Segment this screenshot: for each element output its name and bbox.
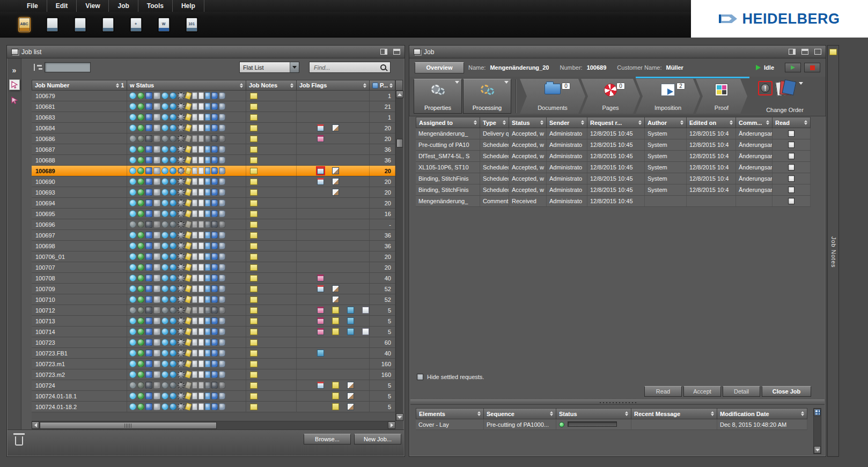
chevron-down-icon[interactable] [799, 82, 803, 85]
request-row[interactable]: Binding, StitchFinisScheduledAccepted, w… [416, 173, 811, 184]
read-checkbox[interactable] [788, 164, 795, 171]
requests-col-sender[interactable]: Sender [547, 117, 587, 128]
job-row[interactable]: 10070952 [32, 284, 395, 294]
elements-col-status[interactable]: Status [556, 408, 631, 419]
sort-icon[interactable] [711, 411, 714, 416]
requests-col-edited-on[interactable]: Edited on [687, 117, 736, 128]
sort-icon[interactable] [389, 83, 393, 88]
accept-button[interactable]: Accept [683, 386, 721, 397]
sort-icon[interactable] [240, 83, 243, 88]
view-mode-select[interactable]: Flat List [239, 62, 299, 73]
sort-icon[interactable] [625, 411, 628, 416]
job-row[interactable]: 10069736 [32, 230, 395, 241]
request-row[interactable]: XL105-10P6, ST10ScheduledAccepted, wAdmi… [416, 162, 811, 173]
job-row[interactable]: 10070840 [32, 273, 395, 284]
menu-edit[interactable]: Edit [47, 0, 77, 12]
job-row[interactable]: 100723.m1160 [32, 359, 395, 369]
search-icon[interactable] [380, 64, 386, 70]
job-row[interactable]: 1007125 [32, 305, 395, 316]
expand-icon[interactable]: » [8, 66, 21, 75]
col-pages[interactable]: P... [370, 80, 395, 91]
request-row[interactable]: Mengenänderung_Delivery quaAccepted, wAd… [416, 128, 811, 139]
sort-icon[interactable] [363, 83, 366, 88]
stop-button[interactable] [804, 63, 820, 72]
job-row[interactable]: 100723.m2160 [32, 369, 395, 380]
change-order-alert-highlight[interactable]: ! [758, 81, 773, 95]
sort-icon[interactable] [116, 83, 119, 88]
panel-maximize-icon[interactable] [393, 49, 400, 55]
job-row[interactable]: 100724.01-18.25 [32, 402, 395, 412]
close-job-button[interactable]: Close Job [762, 386, 811, 397]
printer-gear-icon[interactable] [72, 16, 88, 34]
menu-tools[interactable]: Tools [138, 0, 173, 12]
menu-view[interactable]: View [77, 0, 109, 12]
scrollbar-thumb[interactable] [40, 422, 217, 429]
delete-job-icon[interactable] [15, 436, 23, 446]
col-job-number[interactable]: Job Number 1 [32, 80, 127, 91]
job-row[interactable]: 10068736 [32, 144, 395, 155]
job-row[interactable]: 1007145 [32, 327, 395, 337]
requests-col-author[interactable]: Author [645, 117, 687, 128]
sort-icon[interactable] [680, 120, 683, 125]
menu-job[interactable]: Job [109, 0, 138, 12]
splitter-handle[interactable] [410, 399, 825, 405]
job-row[interactable]: 1006791 [32, 91, 395, 101]
scroll-left-button[interactable] [32, 421, 39, 429]
sort-icon[interactable] [477, 411, 481, 416]
doc-code-icon[interactable]: 101 [183, 16, 200, 34]
job-row[interactable]: 1007245 [32, 380, 395, 391]
col-job-notes[interactable]: Job Notes [246, 80, 297, 91]
read-checkbox[interactable] [788, 175, 795, 182]
panel-split-icon[interactable] [380, 49, 387, 55]
job-row[interactable]: 10069516 [32, 209, 395, 219]
job-row[interactable]: 100723.FB140 [32, 348, 395, 359]
panel-float-icon[interactable] [814, 49, 821, 55]
step-imposition[interactable]: 2 Imposition [636, 79, 700, 114]
job-row[interactable]: 10069836 [32, 241, 395, 251]
table-settings-button[interactable] [814, 409, 821, 416]
element-row[interactable]: Cover - LayPre-cutting of PA1000...Dec 8… [416, 419, 807, 430]
properties-button[interactable]: Properties [414, 79, 462, 114]
browse-button[interactable]: Browse... [304, 434, 351, 444]
sort-icon[interactable] [550, 411, 553, 416]
sort-icon[interactable] [474, 120, 477, 125]
read-button[interactable]: Read [644, 386, 682, 397]
overview-tab[interactable]: Overview [415, 62, 464, 73]
doc-plus-icon[interactable]: + [128, 16, 144, 34]
sort-icon[interactable] [638, 120, 642, 125]
job-row[interactable]: 1007135 [32, 316, 395, 327]
sort-icon[interactable] [503, 120, 506, 125]
requests-col-comm-[interactable]: Comm... [736, 117, 773, 128]
sort-icon[interactable] [801, 411, 804, 416]
request-row[interactable]: Mengenänderung_CommentReceivedAdministra… [416, 196, 811, 207]
menu-help[interactable]: Help [173, 0, 204, 12]
panel-split-icon[interactable] [789, 49, 796, 55]
job-row[interactable]: 10068121 [32, 101, 395, 112]
step-documents[interactable]: 0 Documents [520, 79, 585, 114]
read-checkbox[interactable] [788, 142, 795, 148]
scroll-up-button[interactable] [396, 91, 403, 98]
sort-icon[interactable] [581, 120, 584, 125]
sort-icon[interactable] [766, 120, 769, 125]
select-arrow-button[interactable] [290, 62, 299, 72]
col-workflow-status[interactable]: w Status [127, 80, 246, 91]
detail-button[interactable]: Detail [723, 386, 760, 397]
scroll-down-button[interactable] [814, 446, 821, 454]
job-row[interactable]: 10070720 [32, 262, 395, 273]
requests-col-type[interactable]: Type [480, 117, 509, 128]
read-checkbox[interactable] [788, 187, 795, 193]
scroll-right-button[interactable] [388, 421, 395, 429]
job-row[interactable]: 10071052 [32, 294, 395, 305]
sort-icon[interactable] [804, 120, 807, 125]
plant-icon[interactable] [100, 16, 116, 34]
elements-col-sequence[interactable]: Sequence [484, 408, 556, 419]
job-abc-icon[interactable]: ABC [16, 16, 32, 34]
elements-col-modification-date[interactable]: Modification Date [717, 408, 807, 419]
requests-col-assigned-to[interactable]: Assigned to [416, 117, 480, 128]
scrollbar-thumb[interactable] [396, 139, 403, 147]
job-row[interactable]: 10068836 [32, 155, 395, 166]
new-job-button[interactable]: New Job... [354, 434, 401, 444]
tree-view-icon[interactable] [34, 64, 42, 71]
vertical-scrollbar[interactable] [395, 91, 403, 421]
menu-file[interactable]: File [18, 0, 47, 12]
